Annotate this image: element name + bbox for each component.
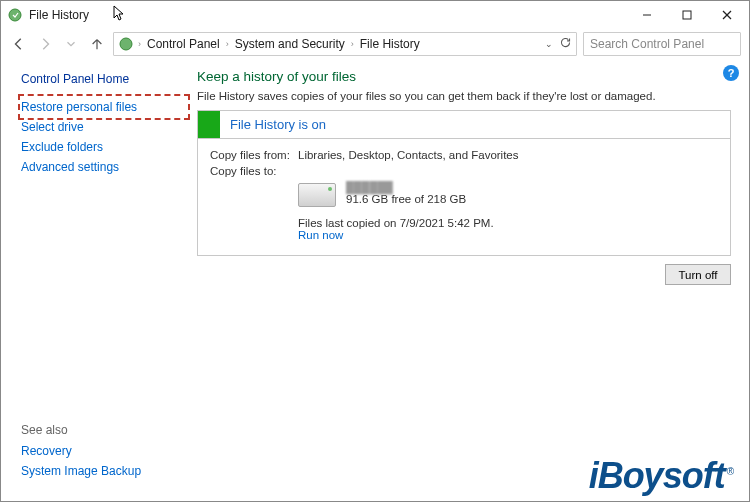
chevron-right-icon: › (136, 39, 143, 49)
drive-free-space: 91.6 GB free of 218 GB (346, 193, 466, 205)
close-button[interactable] (707, 1, 747, 29)
sidebar-select-drive[interactable]: Select drive (21, 117, 187, 137)
sidebar: Control Panel Home Restore personal file… (1, 59, 187, 501)
window-title: File History (29, 8, 89, 22)
page-heading: Keep a history of your files (197, 69, 731, 84)
breadcrumb-control-panel[interactable]: Control Panel (145, 37, 222, 51)
breadcrumb-file-history[interactable]: File History (358, 37, 422, 51)
status-title: File History is on (220, 117, 326, 132)
app-icon (7, 7, 23, 23)
chevron-right-icon: › (224, 39, 231, 49)
status-color-indicator (198, 111, 220, 138)
title-bar: File History (1, 1, 749, 29)
body: Control Panel Home Restore personal file… (1, 59, 749, 501)
help-icon[interactable]: ? (723, 65, 739, 81)
search-input[interactable] (590, 37, 740, 51)
minimize-button[interactable] (627, 1, 667, 29)
recent-dropdown[interactable] (61, 34, 81, 54)
drive-name: ██████ (346, 181, 466, 193)
last-copied-text: Files last copied on 7/9/2021 5:42 PM. (298, 217, 718, 229)
copy-from-value: Libraries, Desktop, Contacts, and Favori… (298, 149, 519, 161)
sidebar-advanced-settings[interactable]: Advanced settings (21, 157, 187, 177)
chevron-down-icon[interactable]: ⌄ (545, 39, 553, 49)
run-now-link[interactable]: Run now (298, 229, 718, 241)
path-icon (118, 36, 134, 52)
content: ? Keep a history of your files File Hist… (187, 59, 749, 501)
status-box: File History is on Copy files from: Libr… (197, 110, 731, 256)
up-button[interactable] (87, 34, 107, 54)
back-button[interactable] (9, 34, 29, 54)
see-also-label: See also (21, 419, 187, 441)
refresh-icon[interactable] (559, 36, 572, 52)
sidebar-home[interactable]: Control Panel Home (21, 69, 187, 89)
svg-rect-2 (683, 11, 691, 19)
breadcrumb-system[interactable]: System and Security (233, 37, 347, 51)
svg-point-5 (120, 38, 132, 50)
forward-button[interactable] (35, 34, 55, 54)
sidebar-recovery[interactable]: Recovery (21, 441, 187, 461)
chevron-right-icon: › (349, 39, 356, 49)
nav-bar: › Control Panel › System and Security › … (1, 29, 749, 59)
status-body: Copy files from: Libraries, Desktop, Con… (198, 139, 730, 255)
turn-off-button[interactable]: Turn off (665, 264, 731, 285)
status-header: File History is on (198, 111, 730, 139)
sidebar-exclude-folders[interactable]: Exclude folders (21, 137, 187, 157)
sidebar-restore-personal-files[interactable]: Restore personal files (21, 97, 187, 117)
copy-to-label: Copy files to: (210, 165, 298, 177)
maximize-button[interactable] (667, 1, 707, 29)
copy-from-label: Copy files from: (210, 149, 298, 161)
page-subtext: File History saves copies of your files … (197, 90, 731, 102)
cursor-icon (113, 5, 127, 26)
sidebar-system-image-backup[interactable]: System Image Backup (21, 461, 187, 481)
svg-point-0 (9, 9, 21, 21)
sidebar-bottom: See also Recovery System Image Backup (21, 419, 187, 491)
address-bar[interactable]: › Control Panel › System and Security › … (113, 32, 577, 56)
search-box[interactable] (583, 32, 741, 56)
watermark: iBoysoft® (589, 455, 733, 497)
drive-icon (298, 183, 336, 207)
